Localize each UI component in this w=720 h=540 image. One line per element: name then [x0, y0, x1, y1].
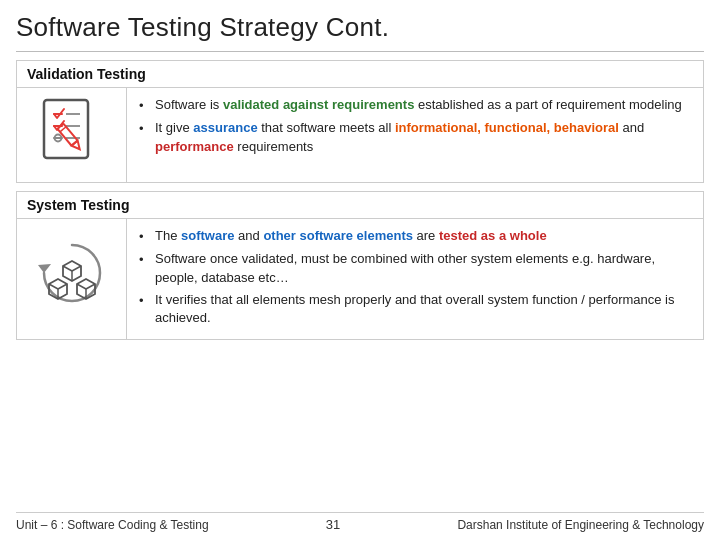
footer-left: Unit – 6 : Software Coding & Testing	[16, 518, 209, 532]
system-boxes-icon	[31, 237, 113, 321]
svg-marker-9	[71, 140, 82, 151]
sys-bullet-dot-3: •	[139, 292, 151, 311]
system-text: • The software and other software elemen…	[127, 219, 703, 339]
bullet-dot-2: •	[139, 120, 151, 139]
system-bullet-2-text: Software once validated, must be combine…	[155, 250, 691, 288]
system-bullet-3: • It verifies that all elements mesh pro…	[139, 291, 691, 329]
validation-text: • Software is validated against requirem…	[127, 88, 703, 182]
top-divider	[16, 51, 704, 52]
system-icon-cell	[17, 219, 127, 339]
bullet-dot-1: •	[139, 97, 151, 116]
footer-right: Darshan Institute of Engineering & Techn…	[457, 518, 704, 532]
validation-header: Validation Testing	[17, 61, 703, 88]
system-bullet-2: • Software once validated, must be combi…	[139, 250, 691, 288]
svg-line-14	[72, 266, 81, 271]
svg-rect-0	[44, 100, 88, 158]
validation-icon-cell	[17, 88, 127, 182]
validation-bullet-1-text: Software is validated against requiremen…	[155, 96, 691, 115]
page-title: Software Testing Strategy Cont.	[16, 12, 704, 43]
svg-line-21	[77, 284, 86, 289]
footer: Unit – 6 : Software Coding & Testing 31 …	[16, 512, 704, 532]
system-bullet-3-text: It verifies that all elements mesh prope…	[155, 291, 691, 329]
validation-section: Validation Testing	[16, 60, 704, 183]
performance-text: performance	[155, 139, 234, 154]
behavioral-text: behavioral	[554, 120, 619, 135]
sys-bullet-dot-2: •	[139, 251, 151, 270]
svg-line-22	[86, 284, 95, 289]
validation-body: • Software is validated against requirem…	[17, 88, 703, 182]
svg-line-13	[63, 266, 72, 271]
footer-center: 31	[326, 517, 340, 532]
svg-marker-11	[38, 264, 51, 273]
functional-text: functional,	[484, 120, 550, 135]
validation-bullet-2: • It give assurance that software meets …	[139, 119, 691, 157]
sys-bullet-dot-1: •	[139, 228, 151, 247]
svg-line-17	[49, 284, 58, 289]
software-blue: software	[181, 228, 234, 243]
validation-bullet-1: • Software is validated against requirem…	[139, 96, 691, 116]
page: Software Testing Strategy Cont. Validati…	[0, 0, 720, 540]
system-bullet-1: • The software and other software elemen…	[139, 227, 691, 247]
tested-whole-red: tested as a whole	[439, 228, 547, 243]
svg-line-10	[59, 127, 65, 132]
system-bullet-1-text: The software and other software elements…	[155, 227, 691, 246]
validated-text: validated against requirements	[223, 97, 414, 112]
system-section: System Testing	[16, 191, 704, 340]
assurance-text: assurance	[193, 120, 257, 135]
validation-bullet-2-text: It give assurance that software meets al…	[155, 119, 691, 157]
other-elements-blue: other software elements	[263, 228, 413, 243]
system-header: System Testing	[17, 192, 703, 219]
svg-line-18	[58, 284, 67, 289]
checklist-pencil-icon	[36, 96, 108, 174]
informational-text: informational,	[395, 120, 481, 135]
system-body: • The software and other software elemen…	[17, 219, 703, 339]
